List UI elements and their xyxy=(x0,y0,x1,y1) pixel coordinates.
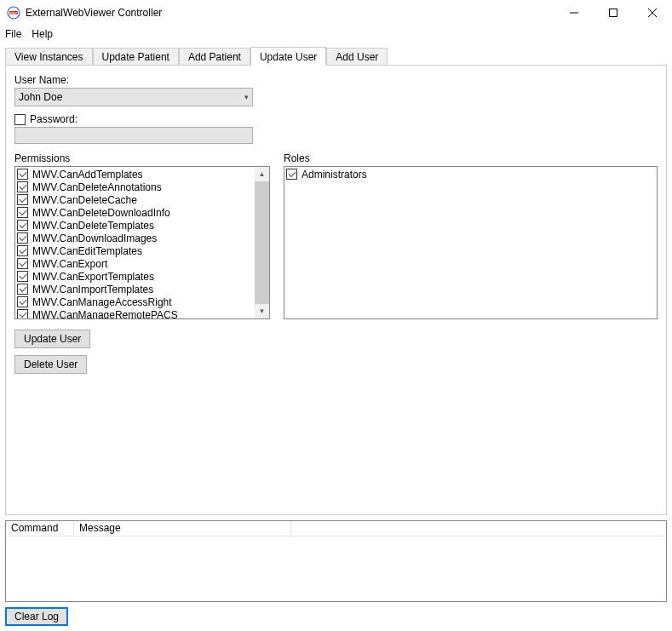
tab-update-patient[interactable]: Update Patient xyxy=(93,48,179,65)
permission-item[interactable]: MWV.CanManageAccessRight xyxy=(17,295,267,308)
permission-checkbox[interactable] xyxy=(17,296,28,307)
permission-checkbox[interactable] xyxy=(17,169,28,180)
permission-item[interactable]: MWV.CanEditTemplates xyxy=(17,244,267,257)
permission-checkbox[interactable] xyxy=(17,181,28,192)
password-input[interactable] xyxy=(14,127,253,144)
permission-item[interactable]: MWV.CanExportTemplates xyxy=(17,270,267,283)
permission-item[interactable]: MWV.CanImportTemplates xyxy=(17,283,267,295)
permission-label: MWV.CanImportTemplates xyxy=(32,284,153,295)
permission-label: MWV.CanExportTemplates xyxy=(32,271,154,283)
tab-add-patient[interactable]: Add Patient xyxy=(179,48,250,65)
permission-checkbox[interactable] xyxy=(17,220,28,231)
content-area: View Instances Update Patient Add Patien… xyxy=(0,43,672,631)
permission-label: MWV.CanManageAccessRight xyxy=(32,296,172,308)
action-buttons: Update User Delete User xyxy=(14,330,658,374)
update-user-button[interactable]: Update User xyxy=(14,330,90,348)
app-window: MED ExternalWebViewer Controller File He… xyxy=(0,0,672,631)
roles-label: Roles xyxy=(284,152,658,164)
log-area: Command Message xyxy=(5,520,667,602)
permissions-column: Permissions MWV.CanAddTemplatesMWV.CanDe… xyxy=(14,152,270,319)
permission-item[interactable]: MWV.CanDownloadImages xyxy=(17,232,267,244)
menu-file[interactable]: File xyxy=(5,28,21,40)
permission-item[interactable]: MWV.CanManageRemotePACS xyxy=(17,308,267,319)
scroll-thumb[interactable] xyxy=(255,181,269,304)
permission-item[interactable]: MWV.CanDeleteTemplates xyxy=(17,219,267,232)
permission-checkbox[interactable] xyxy=(17,309,28,319)
permission-label: MWV.CanExport xyxy=(32,258,107,270)
role-item[interactable]: Administrators xyxy=(286,168,655,181)
permission-label: MWV.CanDeleteTemplates xyxy=(32,220,154,232)
permission-label: MWV.CanDeleteAnnotations xyxy=(32,181,162,193)
tab-panel-update-user: User Name: John Doe ▾ Password: Permissi… xyxy=(5,65,667,515)
tabstrip: View Instances Update Patient Add Patien… xyxy=(5,46,667,65)
app-icon: MED xyxy=(7,6,20,20)
permissions-scrollbar[interactable]: ▲ ▼ xyxy=(255,167,269,318)
window-title: ExternalWebViewer Controller xyxy=(26,7,554,19)
password-label: Password: xyxy=(30,113,78,125)
permission-label: MWV.CanEditTemplates xyxy=(32,245,142,257)
permission-checkbox[interactable] xyxy=(17,258,28,269)
roles-column: Roles Administrators xyxy=(284,152,658,319)
username-value: John Doe xyxy=(19,91,62,103)
chevron-down-icon: ▾ xyxy=(244,93,249,101)
titlebar: MED ExternalWebViewer Controller xyxy=(0,0,672,26)
permission-item[interactable]: MWV.CanDeleteAnnotations xyxy=(17,181,267,193)
permission-item[interactable]: MWV.CanAddTemplates xyxy=(17,168,267,181)
permission-label: MWV.CanAddTemplates xyxy=(32,169,143,181)
role-label: Administrators xyxy=(302,169,367,181)
role-checkbox[interactable] xyxy=(286,169,297,180)
permission-checkbox[interactable] xyxy=(17,271,28,282)
delete-user-button[interactable]: Delete User xyxy=(14,355,87,374)
svg-rect-4 xyxy=(610,9,617,17)
password-row: Password: xyxy=(14,113,658,125)
menubar: File Help xyxy=(0,26,672,43)
tab-view-instances[interactable]: View Instances xyxy=(5,48,93,65)
svg-text:MED: MED xyxy=(10,11,18,15)
permission-label: MWV.CanDeleteDownloadInfo xyxy=(32,207,170,219)
menu-help[interactable]: Help xyxy=(32,28,53,40)
footer-buttons: Clear Log xyxy=(5,607,667,626)
tab-update-user[interactable]: Update User xyxy=(250,47,326,66)
permission-label: MWV.CanDeleteCache xyxy=(32,194,137,206)
permission-checkbox[interactable] xyxy=(17,284,28,295)
permission-item[interactable]: MWV.CanExport xyxy=(17,257,267,270)
perm-roles-container: Permissions MWV.CanAddTemplatesMWV.CanDe… xyxy=(14,152,658,319)
permission-label: MWV.CanDownloadImages xyxy=(32,232,157,244)
window-controls xyxy=(554,0,672,26)
permission-item[interactable]: MWV.CanDeleteDownloadInfo xyxy=(17,206,267,219)
permissions-label: Permissions xyxy=(14,152,270,164)
roles-listbox[interactable]: Administrators xyxy=(284,166,658,319)
permission-label: MWV.CanManageRemotePACS xyxy=(32,309,178,320)
log-message-header[interactable]: Message xyxy=(74,521,291,536)
permission-checkbox[interactable] xyxy=(17,245,28,256)
permission-item[interactable]: MWV.CanDeleteCache xyxy=(17,193,267,206)
scroll-up-icon[interactable]: ▲ xyxy=(255,167,269,181)
permission-checkbox[interactable] xyxy=(17,232,28,244)
maximize-button[interactable] xyxy=(594,0,633,26)
log-command-header[interactable]: Command xyxy=(6,521,74,536)
close-button[interactable] xyxy=(633,0,672,26)
permissions-listbox[interactable]: MWV.CanAddTemplatesMWV.CanDeleteAnnotati… xyxy=(14,166,270,319)
tab-add-user[interactable]: Add User xyxy=(326,48,388,65)
clear-log-button[interactable]: Clear Log xyxy=(5,607,68,626)
permission-checkbox[interactable] xyxy=(17,207,28,218)
permission-checkbox[interactable] xyxy=(17,194,28,205)
password-checkbox[interactable] xyxy=(14,114,26,125)
log-header: Command Message xyxy=(6,521,666,536)
minimize-button[interactable] xyxy=(554,0,594,26)
log-body xyxy=(6,536,666,601)
username-select[interactable]: John Doe ▾ xyxy=(14,88,253,106)
username-label: User Name: xyxy=(14,74,658,86)
scroll-down-icon[interactable]: ▼ xyxy=(255,304,269,318)
